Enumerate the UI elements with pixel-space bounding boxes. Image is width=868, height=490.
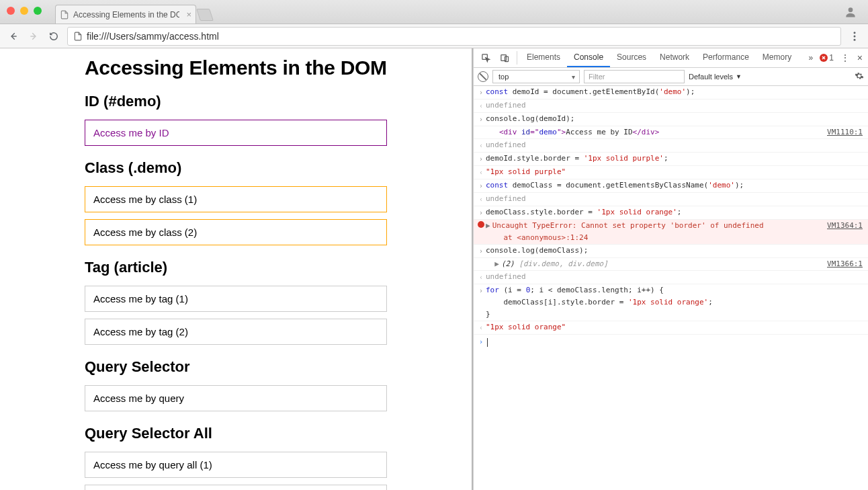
console-prompt[interactable]: › [474,335,868,350]
devtools-panel: Elements Console Sources Network Perform… [473,48,868,490]
more-tabs-icon[interactable]: » [808,53,813,63]
console-output-line: ‹undefined [474,99,868,113]
devtools-close-icon[interactable]: × [857,52,863,63]
profile-icon[interactable] [844,5,857,19]
inspect-icon[interactable] [476,48,495,67]
console-input-line: ›demoId.style.border = '1px solid purple… [474,153,868,166]
svg-rect-7 [501,54,506,60]
tab-console[interactable]: Console [567,48,610,67]
demo-class-box-1: Access me by class (1) [85,186,387,212]
demo-tag-box-2: Access me by tag (2) [85,319,387,345]
filter-input[interactable]: Filter [584,70,685,83]
console-output-line: ▶(2) [div.demo, div.demo]VM1366:1 [474,258,868,271]
svg-point-0 [849,7,853,12]
demo-tag-box-1: Access me by tag (1) [85,286,387,312]
section-class-heading: Class (.demo) [85,159,387,177]
tab-memory[interactable]: Memory [756,48,798,67]
demo-queryall-box-1: Access me by query all (1) [85,452,387,478]
error-indicator[interactable]: 1 [820,53,834,63]
console-input-line: ›console.log(demoClass); [474,245,868,258]
console-input-line: ›const demoId = document.getElementById(… [474,86,868,99]
new-tab-button[interactable] [196,9,214,21]
close-window-button[interactable] [7,7,15,15]
console-input-line: ›const demoClass = document.getElementsB… [474,179,868,193]
console-settings-icon[interactable] [855,71,864,83]
console-input-line: ›for (i = 0; i < demoClass.length; i++) … [474,284,868,321]
svg-point-4 [854,35,856,37]
clear-console-icon[interactable] [478,71,488,82]
devtools-tabstrip: Elements Console Sources Network Perform… [474,48,868,68]
console-output-line: ‹"1px solid purple" [474,166,868,179]
console-input-line: ›console.log(demoId); [474,113,868,126]
browser-chrome-tabstrip: Accessing Elements in the DOM × [0,0,868,24]
section-tag-heading: Tag (article) [85,259,387,276]
device-toggle-icon[interactable] [495,48,514,67]
demo-query-box: Access me by query [85,385,387,411]
section-id-heading: ID (#demo) [85,93,387,110]
svg-point-3 [854,32,856,34]
browser-toolbar: file:///Users/sammy/access.html [0,24,868,48]
tab-performance[interactable]: Performance [696,48,756,67]
tab-network[interactable]: Network [653,48,696,67]
file-icon [60,10,69,19]
demo-queryall-box-2: Access me by query all (2) [85,485,387,490]
console-input-line: ›demoClass.style.border = '1px solid ora… [474,206,868,220]
back-button[interactable] [7,30,20,43]
tab-title: Accessing Elements in the DOM [73,10,179,19]
close-tab-icon[interactable]: × [186,9,191,19]
console-output-line: <div id="demo">Access me by ID</div>VM11… [474,126,868,139]
page-heading: Accessing Elements in the DOM [85,56,387,79]
maximize-window-button[interactable] [34,7,42,15]
page-viewport: Accessing Elements in the DOM ID (#demo)… [0,48,473,490]
browser-tab[interactable]: Accessing Elements in the DOM × [55,5,196,24]
levels-selector[interactable]: Default levels▼ [689,73,742,81]
section-query-heading: Query Selector [85,358,387,376]
browser-menu-button[interactable] [848,30,861,43]
address-bar[interactable]: file:///Users/sammy/access.html [67,27,841,46]
page-icon [73,32,83,41]
svg-point-5 [854,38,856,40]
console-output-line: ‹undefined [474,193,868,206]
console-output[interactable]: ›const demoId = document.getElementById(… [474,86,868,490]
console-output-line: ‹undefined [474,139,868,153]
console-toolbar: top Filter Default levels▼ [474,68,868,86]
demo-id-box: Access me by ID [85,120,387,146]
console-output-line: ‹undefined [474,271,868,284]
console-output-line: ‹"1px solid orange" [474,321,868,335]
demo-class-box-2: Access me by class (2) [85,219,387,245]
tab-elements[interactable]: Elements [520,48,567,67]
console-error-line: ✕▶Uncaught TypeError: Cannot set propert… [474,220,868,245]
forward-button[interactable] [27,30,40,43]
window-controls [7,7,42,15]
section-queryall-heading: Query Selector All [85,425,387,442]
reload-button[interactable] [47,30,60,43]
minimize-window-button[interactable] [20,7,28,15]
url-text: file:///Users/sammy/access.html [87,31,219,42]
devtools-menu-icon[interactable]: ⋮ [840,52,851,63]
tab-sources[interactable]: Sources [610,48,653,67]
context-selector[interactable]: top [492,70,580,83]
